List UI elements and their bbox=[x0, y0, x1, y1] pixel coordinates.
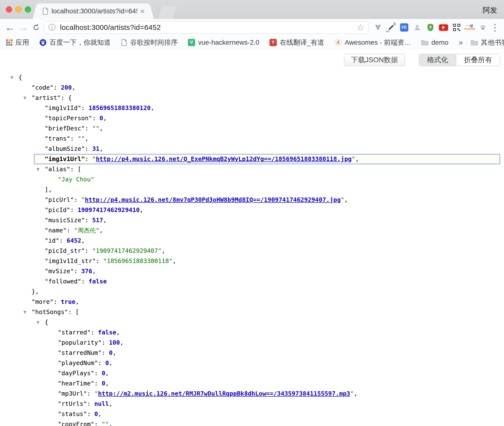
json-token: 517 bbox=[92, 217, 103, 224]
bookmark-vue-hackernews[interactable]: V vue-hackernews-2.0 bbox=[188, 39, 259, 46]
player-extension-icon[interactable]: 一键 PLAYER bbox=[463, 21, 476, 34]
json-token: , bbox=[109, 400, 113, 407]
v-extension-icon[interactable] bbox=[371, 21, 385, 34]
json-token: : [ bbox=[68, 308, 79, 315]
json-token: , bbox=[85, 135, 89, 142]
bookmark-baidu[interactable]: 百度一下，你就知道 bbox=[39, 38, 111, 47]
format-button[interactable]: 格式化 bbox=[419, 54, 456, 66]
shield-extension-icon[interactable] bbox=[424, 21, 437, 34]
bookmark-star-icon[interactable]: ☆ bbox=[357, 22, 364, 33]
json-token: false bbox=[98, 329, 116, 336]
collapse-all-button[interactable]: 折叠所有 bbox=[456, 54, 500, 66]
json-token: , bbox=[98, 410, 102, 417]
fe-extension-icon[interactable]: FE bbox=[398, 21, 411, 34]
bookmarks-overflow-chevron[interactable]: » bbox=[459, 38, 463, 47]
qr-code-extension-icon[interactable] bbox=[450, 21, 463, 34]
new-tab-button[interactable] bbox=[158, 6, 177, 19]
json-token: "status" bbox=[58, 410, 87, 417]
json-line: "copyFrom": "", bbox=[0, 419, 504, 426]
json-token: , bbox=[105, 380, 109, 387]
json-token: "" bbox=[102, 421, 109, 426]
json-token: "dayPlays" bbox=[58, 370, 94, 377]
zoom-window-button[interactable] bbox=[25, 6, 31, 13]
collapse-toggle-icon[interactable]: ▼ bbox=[23, 307, 26, 317]
json-token: , bbox=[162, 247, 165, 254]
json-token: " bbox=[341, 196, 344, 203]
bookmark-google-sort[interactable]: 谷歌按时间排序 bbox=[121, 38, 178, 47]
json-url-link[interactable]: http://m2.music.126.net/RMJR7wDullRqppBk… bbox=[98, 390, 350, 397]
json-token: : [ bbox=[70, 166, 81, 173]
json-token: true bbox=[61, 298, 75, 305]
json-token: "artist" bbox=[32, 94, 61, 101]
back-button[interactable]: ← bbox=[3, 22, 17, 33]
site-info-icon[interactable]: ⓘ bbox=[48, 23, 56, 33]
json-token: : bbox=[85, 247, 92, 254]
json-token: : bbox=[81, 104, 89, 111]
bookmark-demo-folder[interactable]: demo bbox=[421, 39, 448, 46]
collapse-toggle-icon[interactable]: ▼ bbox=[23, 93, 26, 103]
address-bar[interactable]: ⓘ localhost:3000/artists?id=6452 ☆ bbox=[44, 21, 369, 34]
json-token: "" bbox=[92, 125, 100, 132]
json-token: , bbox=[109, 359, 113, 366]
json-url-link[interactable]: http://p4.music.126.net/8mv7qP30Pd3oHW8b… bbox=[85, 196, 341, 203]
bookmark-youdao-translate[interactable]: Y 在线翻译_有道 bbox=[269, 38, 324, 47]
window-controls bbox=[6, 6, 31, 13]
json-url-link[interactable]: http://p4.music.126.net/Q_ExePNkmqB2yWyL… bbox=[96, 155, 352, 162]
forward-button[interactable]: → bbox=[17, 22, 30, 33]
json-token: 0 bbox=[100, 115, 103, 122]
json-token: : { bbox=[61, 94, 72, 101]
json-token: " bbox=[81, 196, 85, 203]
paw-extension-icon[interactable] bbox=[476, 21, 489, 34]
download-json-button[interactable]: 下载JSON数据 bbox=[344, 54, 405, 66]
collapse-toggle-icon[interactable]: ▼ bbox=[10, 72, 13, 83]
collapse-toggle-icon[interactable]: ▼ bbox=[36, 164, 40, 174]
bookmark-awesomes[interactable]: A Awesomes - 前端资… bbox=[335, 38, 411, 47]
profile-name[interactable]: 阿发 bbox=[483, 5, 497, 15]
vue-icon: V bbox=[188, 39, 195, 46]
json-line: "more": true, bbox=[0, 297, 504, 307]
json-line: "picId": 19097417462929410, bbox=[0, 205, 504, 215]
json-token: null bbox=[94, 400, 109, 407]
json-token: , bbox=[92, 268, 96, 275]
url-text[interactable]: localhost:3000/artists?id=6452 bbox=[60, 23, 357, 32]
json-token: , bbox=[344, 196, 348, 203]
json-token: , bbox=[355, 155, 359, 162]
json-line: "mp3Url": "http://m2.music.126.net/RMJR7… bbox=[0, 389, 504, 399]
json-line: "musicSize": 517, bbox=[0, 215, 504, 225]
page-icon bbox=[121, 39, 127, 46]
close-window-button[interactable] bbox=[6, 6, 12, 13]
tab-close-button[interactable]: × bbox=[140, 7, 145, 15]
tab-strip: localhost:3000/artists?id=645 × 阿发 bbox=[0, 0, 504, 19]
json-token: { bbox=[18, 74, 22, 81]
json-token: "copyFrom" bbox=[58, 421, 94, 426]
translate-pen-extension-icon[interactable]: 英 en bbox=[385, 21, 398, 34]
awesomes-icon: A bbox=[335, 39, 342, 46]
json-token: " bbox=[94, 390, 98, 397]
json-line: "hearTime": 0, bbox=[0, 378, 504, 389]
minimize-window-button[interactable] bbox=[15, 6, 22, 13]
browser-tab[interactable]: localhost:3000/artists?id=645 × bbox=[38, 3, 149, 19]
reload-button[interactable] bbox=[30, 24, 43, 31]
json-token: "18569651883380118" bbox=[103, 257, 173, 264]
json-token: , bbox=[354, 390, 357, 397]
view-mode-segmented-control: 格式化 折叠所有 bbox=[419, 54, 500, 66]
json-token: false bbox=[89, 278, 107, 285]
json-line: "img1v1Id": 18569651883380120, bbox=[0, 103, 504, 113]
collapse-toggle-icon[interactable]: ▼ bbox=[36, 317, 40, 327]
json-line: "name": "周杰伦", bbox=[0, 225, 504, 236]
json-token: "hotSongs" bbox=[32, 308, 68, 315]
tab-title: localhost:3000/artists?id=645 bbox=[51, 7, 137, 15]
browser-menu-button[interactable]: ⋮ bbox=[489, 23, 501, 32]
json-token: " bbox=[350, 390, 354, 397]
folder-icon bbox=[471, 40, 478, 45]
json-token: : bbox=[85, 155, 92, 162]
other-bookmarks-folder[interactable]: 其他书签 bbox=[471, 38, 504, 47]
youtube-extension-icon[interactable] bbox=[437, 21, 450, 34]
json-token: "周杰伦" bbox=[74, 227, 99, 234]
bookmark-apps[interactable]: 应用 bbox=[6, 38, 29, 47]
profile-extension-icon[interactable] bbox=[411, 21, 424, 34]
json-token: "topicPerson" bbox=[45, 115, 92, 122]
json-token: "code" bbox=[32, 84, 53, 91]
json-token: , bbox=[103, 217, 107, 224]
json-line: ▼{ bbox=[0, 72, 504, 83]
